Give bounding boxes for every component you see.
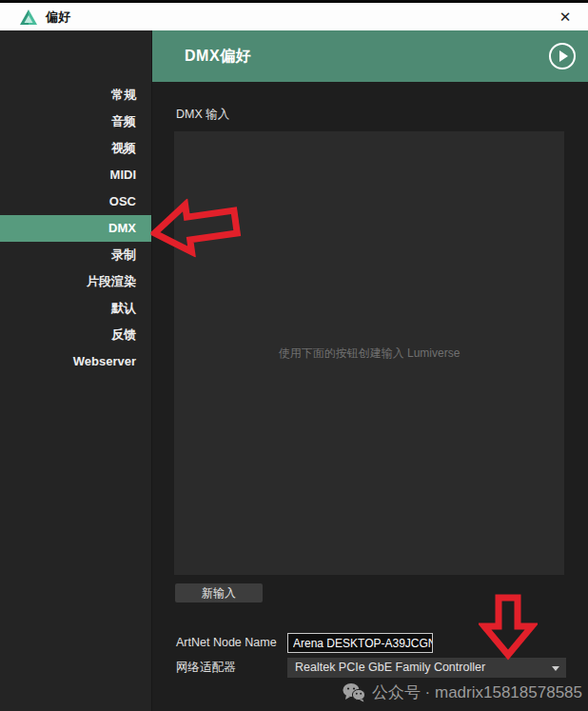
wechat-icon [343,682,365,702]
dmx-input-list: 使用下面的按钮创建输入 Lumiverse [174,131,564,575]
watermark: 公众号 · madrix15818578585 [343,681,582,703]
sidebar-item-defaults[interactable]: 默认 [0,295,151,322]
artnet-node-name-input[interactable] [287,633,433,653]
sidebar-item-recording[interactable]: 录制 [0,242,151,268]
sidebar-item-midi[interactable]: MIDI [0,162,151,188]
network-adapter-dropdown[interactable]: Realtek PCIe GbE Family Controller [287,658,566,678]
sidebar-item-dmx[interactable]: DMX [0,215,151,242]
titlebar: 偏好 ✕ [0,3,588,30]
sidebar-item-clip-render[interactable]: 片段渲染 [0,268,151,295]
dmx-input-section-label: DMX 输入 [176,107,229,123]
sidebar-item-feedback[interactable]: 反馈 [0,322,151,348]
play-icon [559,50,568,62]
sidebar-item-webserver[interactable]: Webserver [0,348,151,375]
preferences-window: 偏好 ✕ 常规 音频 视频 MIDI OSC DMX 录制 片段渲染 默认 反馈… [0,0,588,711]
sidebar-item-general[interactable]: 常规 [0,82,151,109]
app-body: 常规 音频 视频 MIDI OSC DMX 录制 片段渲染 默认 反馈 Webs… [0,30,588,711]
artnet-node-name-label: ArtNet Node Name [176,633,277,653]
window-title: 偏好 [46,9,70,26]
network-adapter-label: 网络适配器 [176,658,236,678]
network-adapter-value: Realtek PCIe GbE Family Controller [295,661,485,674]
dropdown-caret-icon [552,666,559,671]
empty-list-hint: 使用下面的按钮创建输入 Lumiverse [279,346,461,362]
sidebar-item-osc[interactable]: OSC [0,188,151,215]
watermark-text: 公众号 · madrix15818578585 [372,681,582,703]
play-button[interactable] [549,43,576,69]
sidebar: 常规 音频 视频 MIDI OSC DMX 录制 片段渲染 默认 反馈 Webs… [0,30,152,711]
page-header: DMX偏好 [152,30,588,82]
dmx-preferences-panel: DMX 输入 使用下面的按钮创建输入 Lumiverse 新输入 ArtNet … [152,82,588,711]
new-input-button[interactable]: 新输入 [175,583,263,602]
close-button[interactable]: ✕ [552,3,578,30]
sidebar-item-video[interactable]: 视频 [0,135,151,162]
sidebar-item-audio[interactable]: 音频 [0,109,151,135]
page-title: DMX偏好 [185,30,251,82]
app-logo-icon [19,8,38,27]
